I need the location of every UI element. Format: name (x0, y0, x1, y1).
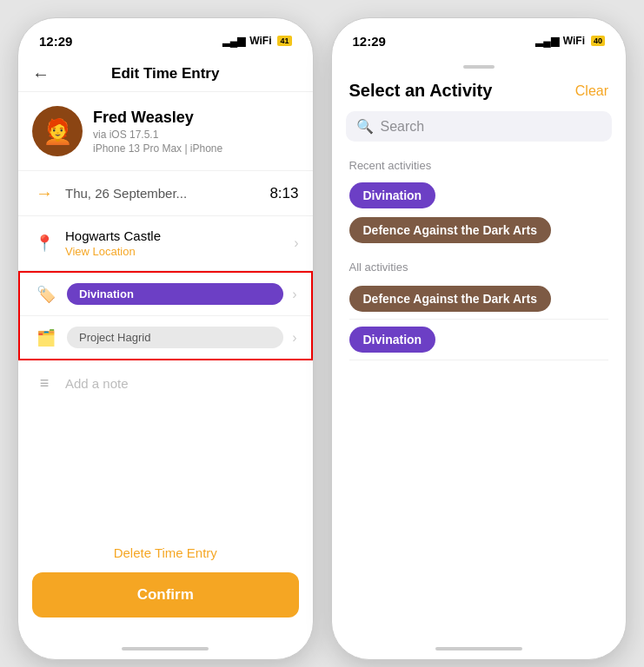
status-icons-left: ▂▄▆ WiFi 41 (222, 35, 292, 47)
project-row[interactable]: 🗂️ Project Hagrid › (20, 316, 311, 359)
time-row: → Thu, 26 September... 8:13 (18, 171, 313, 216)
highlighted-section: 🏷️ Divination › 🗂️ Project Hagrid › (18, 271, 313, 360)
wifi-icon: WiFi (249, 35, 271, 47)
all-activities-list: Defence Against the Dark Arts Divination (332, 281, 627, 367)
location-row[interactable]: 📍 Hogwarts Castle View Location › (18, 216, 313, 271)
header-bar: ← Edit Time Entry (18, 56, 313, 92)
user-section: 🧑‍🦰 Fred Weasley via iOS 17.5.1 iPhone 1… (18, 92, 313, 171)
all-label: All activities (332, 257, 627, 281)
avatar: 🧑‍🦰 (32, 106, 83, 156)
search-icon: 🔍 (356, 118, 374, 135)
confirm-button[interactable]: Confirm (32, 572, 299, 617)
location-icon: 📍 (32, 234, 56, 253)
status-icons-right: ▂▄▆ WiFi 40 (535, 35, 605, 47)
home-bar-right (435, 647, 522, 650)
delete-button[interactable]: Delete Time Entry (18, 533, 313, 572)
tag-icon: 🏷️ (34, 285, 58, 304)
home-indicator-left (18, 638, 313, 659)
location-name: Hogwarts Castle (65, 228, 285, 243)
activity-row[interactable]: 🏷️ Divination › (20, 273, 311, 316)
modal-header: Select an Activity Clear (332, 74, 627, 111)
search-bar[interactable]: 🔍 (346, 111, 613, 142)
clock-icon: → (32, 183, 56, 203)
recent-defence-badge[interactable]: Defence Against the Dark Arts (349, 217, 551, 243)
page-title: Edit Time Entry (111, 65, 219, 83)
clear-button[interactable]: Clear (575, 83, 608, 99)
note-placeholder[interactable]: Add a note (65, 376, 129, 391)
view-location-link[interactable]: View Location (65, 245, 285, 258)
left-phone: 12:29 ▂▄▆ WiFi 41 ← Edit Time Entry 🧑‍🦰 … (17, 17, 314, 660)
recent-divination-badge[interactable]: Divination (349, 182, 436, 208)
right-phone: 12:29 ▂▄▆ WiFi 40 Select an Activity Cle… (331, 17, 627, 660)
home-indicator-right (332, 638, 627, 659)
time-left: 12:29 (39, 34, 72, 49)
home-bar (122, 647, 209, 650)
time-value: 8:13 (269, 185, 298, 202)
right-screen: Select an Activity Clear 🔍 Recent activi… (332, 56, 627, 638)
folder-icon: 🗂️ (34, 328, 58, 347)
battery-badge-right: 40 (591, 36, 605, 46)
all-defence-item[interactable]: Defence Against the Dark Arts (349, 284, 609, 320)
signal-icon-right: ▂▄▆ (535, 35, 559, 47)
chevron-project-icon: › (292, 330, 296, 346)
modal-handle (332, 56, 627, 74)
status-bar-left: 12:29 ▂▄▆ WiFi 41 (18, 18, 313, 56)
left-screen: ← Edit Time Entry 🧑‍🦰 Fred Weasley via i… (18, 56, 313, 638)
battery-badge-left: 41 (277, 36, 291, 46)
chevron-right-icon: › (294, 235, 298, 251)
note-icon: ≡ (32, 374, 56, 393)
all-defence-badge[interactable]: Defence Against the Dark Arts (349, 286, 551, 312)
chevron-activity-icon: › (292, 287, 296, 302)
recent-badges: Divination Defence Against the Dark Arts (332, 179, 627, 257)
note-row[interactable]: ≡ Add a note (18, 360, 313, 406)
project-badge[interactable]: Project Hagrid (67, 327, 283, 348)
all-divination-item[interactable]: Divination (349, 320, 609, 360)
location-info: Hogwarts Castle View Location (65, 228, 285, 258)
user-name: Fred Weasley (93, 109, 222, 127)
user-via: via iOS 17.5.1 (93, 129, 222, 141)
handle-bar (463, 65, 495, 69)
signal-icon: ▂▄▆ (222, 35, 246, 47)
time-date: Thu, 26 September... (65, 186, 261, 201)
avatar-emoji: 🧑‍🦰 (43, 117, 73, 146)
status-bar-right: 12:29 ▂▄▆ WiFi 40 (332, 18, 627, 56)
user-device: iPhone 13 Pro Max | iPhone (93, 142, 222, 155)
wifi-icon-right: WiFi (563, 35, 585, 47)
user-info: Fred Weasley via iOS 17.5.1 iPhone 13 Pr… (93, 109, 222, 155)
back-button[interactable]: ← (32, 64, 50, 84)
activity-badge[interactable]: Divination (67, 283, 283, 305)
time-right: 12:29 (353, 34, 386, 49)
all-divination-badge[interactable]: Divination (349, 327, 436, 353)
recent-label: Recent activities (332, 155, 627, 179)
modal-title: Select an Activity (349, 81, 493, 101)
search-input[interactable] (381, 119, 602, 135)
